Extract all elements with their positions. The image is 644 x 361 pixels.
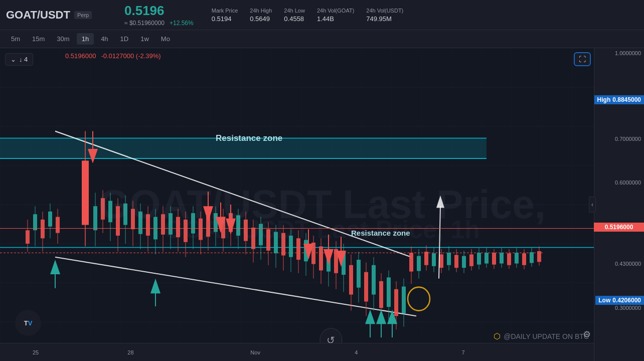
svg-rect-61 <box>214 213 218 232</box>
indicator-button[interactable]: ⌄ ↓ 4 <box>5 53 33 66</box>
chevron-down-icon: ⌄ <box>11 56 16 63</box>
svg-rect-71 <box>251 228 255 249</box>
bottom-axis: 2528Nov47 <box>0 343 594 361</box>
low-badge: Low 0.4206000 <box>595 296 644 305</box>
svg-rect-101 <box>364 272 368 302</box>
svg-rect-127 <box>462 256 466 268</box>
stat-item-24h-vol(usdt): 24h Vol(USDT) 749.95M <box>366 8 403 23</box>
gear-button[interactable]: ⚙ <box>583 329 591 340</box>
svg-rect-41 <box>138 212 142 234</box>
current-price-line <box>0 228 644 229</box>
bnb-icon: ⬡ <box>494 331 501 341</box>
timeframe-1w[interactable]: 1w <box>135 33 154 45</box>
fullscreen-button[interactable]: ⛶ <box>574 52 591 66</box>
svg-rect-133 <box>485 253 489 263</box>
svg-rect-119 <box>432 253 436 266</box>
axis-label-1000: 1.0000000 <box>615 50 641 56</box>
svg-rect-143 <box>522 253 526 265</box>
svg-rect-53 <box>184 220 188 242</box>
bottom-brand: ⬡ @DAILY UPDATE ON BTC <box>494 331 589 341</box>
svg-rect-89 <box>319 246 323 270</box>
svg-rect-105 <box>379 281 383 308</box>
timeframe-bar: 5m15m30m1h4h1D1wMo <box>0 30 644 48</box>
svg-rect-113 <box>409 253 413 271</box>
stat-value: 1.44B <box>317 15 354 23</box>
svg-rect-67 <box>236 215 240 236</box>
svg-rect-37 <box>123 204 127 225</box>
stat-label: 24h Vol(USDT) <box>366 8 403 14</box>
svg-rect-81 <box>289 236 293 257</box>
svg-rect-25 <box>56 217 60 233</box>
low-label: Low <box>598 297 610 304</box>
stats-area: Mark Price 0.519424h High 0.564924h Low … <box>212 8 404 23</box>
svg-rect-75 <box>266 229 270 251</box>
svg-rect-121 <box>439 254 443 268</box>
svg-rect-115 <box>417 256 421 271</box>
svg-rect-139 <box>507 253 511 265</box>
stat-value: 0.5194 <box>212 15 238 23</box>
price-info-overlay: 0.5196000 -0.0127000 (-2.39%) <box>65 52 161 60</box>
stat-label: 24h High <box>250 8 272 14</box>
current-price-badge: 0.5196000 <box>594 223 644 232</box>
ohlc-price: 0.5196000 <box>65 52 96 60</box>
brand-text: @DAILY UPDATE ON BTC <box>504 332 589 340</box>
stat-value: 749.95M <box>366 15 403 23</box>
usd-price: ≈ $0.51960000 <box>124 20 165 27</box>
svg-rect-137 <box>500 253 504 263</box>
svg-rect-141 <box>515 253 519 263</box>
timeframe-15m[interactable]: 15m <box>27 33 50 45</box>
tv-logo-text: TV <box>24 319 33 327</box>
stat-item-24h-high: 24h High 0.5649 <box>250 8 272 23</box>
svg-rect-123 <box>447 253 451 265</box>
svg-rect-97 <box>349 265 353 295</box>
svg-rect-145 <box>530 252 534 263</box>
svg-rect-49 <box>169 213 173 235</box>
axis-label-600: 0.6000000 <box>615 179 641 186</box>
svg-rect-47 <box>161 214 165 235</box>
header-bar: GOAT/USDT Perp 0.5196 ≈ $0.51960000 +12.… <box>0 0 644 30</box>
svg-rect-17 <box>26 230 30 244</box>
timeframe-Mo[interactable]: Mo <box>156 33 175 45</box>
tradingview-logo: TV <box>15 310 41 336</box>
low-value: 0.4206000 <box>612 297 641 304</box>
date-label-25: 25 <box>33 349 39 355</box>
date-label-7: 7 <box>461 349 464 355</box>
svg-rect-33 <box>108 201 112 223</box>
svg-rect-129 <box>469 254 473 266</box>
svg-rect-117 <box>424 252 428 265</box>
price-sub: ≈ $0.51960000 +12.56% <box>124 20 194 27</box>
collapse-sidebar-button[interactable]: ‹ <box>589 197 596 213</box>
timeframe-1D[interactable]: 1D <box>115 33 134 45</box>
indicator-count: ↓ 4 <box>19 56 28 63</box>
price-change: +12.56% <box>170 20 194 27</box>
perp-badge: Perp <box>74 11 92 19</box>
svg-rect-69 <box>244 220 248 241</box>
stat-value: 0.4558 <box>284 15 305 23</box>
svg-rect-125 <box>454 255 458 268</box>
stat-label: 24h Vol(GOAT) <box>317 8 354 14</box>
timeframe-30m[interactable]: 30m <box>52 33 74 45</box>
high-value: 0.8845000 <box>612 96 641 103</box>
date-label-4: 4 <box>355 349 358 355</box>
svg-rect-73 <box>259 224 263 245</box>
high-badge: High 0.8845000 <box>594 95 644 104</box>
timeframe-4h[interactable]: 4h <box>96 33 113 45</box>
svg-rect-35 <box>116 206 120 236</box>
stat-label: Mark Price <box>212 8 238 14</box>
date-label-Nov: Nov <box>250 349 260 355</box>
symbol-area: GOAT/USDT Perp <box>6 9 116 22</box>
svg-rect-103 <box>372 265 376 295</box>
svg-rect-99 <box>357 260 361 288</box>
svg-rect-51 <box>176 217 180 238</box>
svg-rect-107 <box>387 277 391 307</box>
svg-rect-43 <box>146 214 150 236</box>
axis-label-300: 0.3000000 <box>615 305 641 311</box>
svg-rect-21 <box>41 220 45 238</box>
timeframe-5m[interactable]: 5m <box>6 33 25 45</box>
timeframe-1h[interactable]: 1h <box>77 33 94 45</box>
svg-rect-55 <box>191 213 195 234</box>
date-label-28: 28 <box>127 349 133 355</box>
ohlc-change: -0.0127000 (-2.39%) <box>101 52 160 60</box>
svg-rect-29 <box>93 206 97 230</box>
svg-rect-23 <box>48 212 52 227</box>
